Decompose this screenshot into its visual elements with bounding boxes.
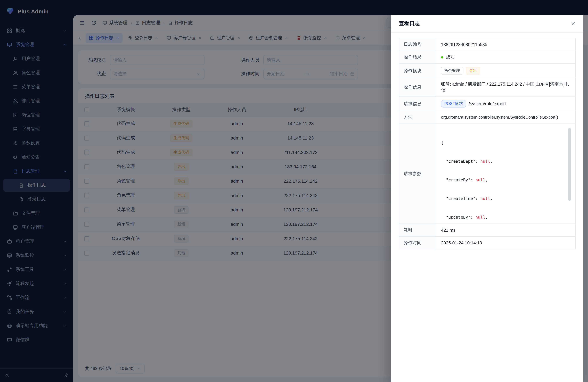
json-line: "createBy": null, (441, 177, 571, 183)
log-detail-table: 日志编号 1882612840802115585 操作结果 成功 操作模块 角色… (399, 38, 576, 249)
log-id-value: 1882612840802115585 (436, 38, 575, 51)
field-method: 方法 org.dromara.system.controller.system.… (399, 111, 575, 124)
drawer-body: 日志编号 1882612840802115585 操作结果 成功 操作模块 角色… (391, 33, 583, 255)
json-scrollbar[interactable] (568, 128, 571, 201)
view-log-drawer: 查看日志 日志编号 1882612840802115585 操作结果 成功 操作… (391, 15, 583, 382)
http-method-tag: POST请求 (441, 100, 466, 107)
close-icon[interactable] (571, 21, 576, 26)
json-line: { (441, 140, 571, 146)
json-line: "createDept": null, (441, 158, 571, 164)
field-params: 请求参数 { "createDept": null, "createBy": n… (399, 124, 575, 224)
module-tag: 角色管理 (441, 67, 463, 75)
request-url: /system/role/export (469, 101, 506, 106)
request-params-json: { "createDept": null, "createBy": null, … (441, 127, 571, 220)
drawer-title: 查看日志 (399, 20, 420, 27)
duration-value: 421 ms (436, 224, 575, 236)
json-line: "createTime": null, (441, 195, 571, 202)
drawer-header: 查看日志 (391, 15, 583, 33)
operation-time-value: 2025-01-24 10:14:13 (436, 236, 575, 249)
field-request: 请求信息 POST请求 /system/role/export (399, 97, 575, 111)
field-time: 操作时间 2025-01-24 10:14:13 (399, 236, 575, 249)
field-info: 操作信息 账号: admin / 研发部门 / 222.175.114.242 … (399, 78, 575, 97)
success-dot-icon (441, 56, 443, 58)
field-log-id: 日志编号 1882612840802115585 (399, 38, 575, 51)
field-module: 操作模块 角色管理 导出 (399, 64, 575, 78)
app-root: Plus Admin 概览 系统管理 用户管理 角色管理 菜单管理 部门管理 岗… (0, 0, 588, 382)
result-value: 成功 (446, 54, 455, 60)
operation-type-tag: 导出 (466, 67, 480, 75)
field-result: 操作结果 成功 (399, 51, 575, 64)
operation-info-value: 账号: admin / 研发部门 / 222.175.114.242 / 中国|… (436, 78, 575, 96)
field-duration: 耗时 421 ms (399, 224, 575, 236)
method-value: org.dromara.system.controller.system.Sys… (436, 111, 575, 124)
json-line: "updateBy": null, (441, 214, 571, 220)
